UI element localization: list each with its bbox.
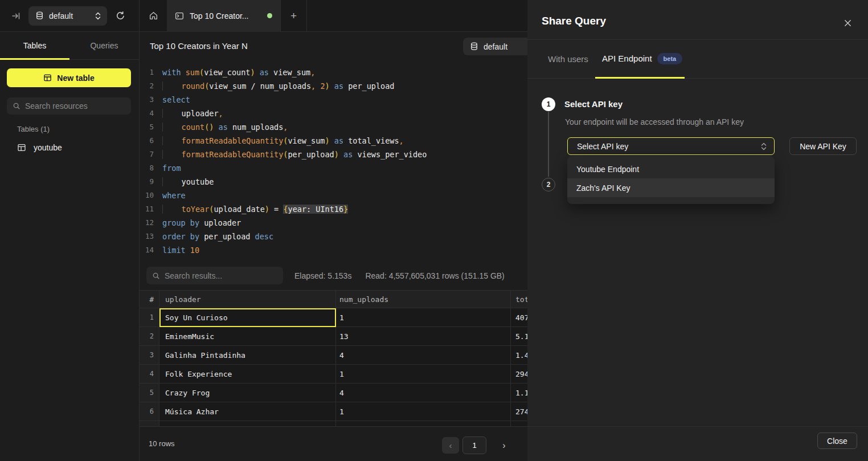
line-number: 9 — [140, 175, 154, 189]
row-number: 3 — [140, 346, 159, 365]
cell-num-uploads[interactable]: 4 — [336, 384, 511, 402]
new-table-button[interactable]: New table — [7, 68, 131, 87]
chevron-updown-icon — [95, 12, 101, 20]
cell-uploader[interactable]: Soy Un Curioso — [159, 308, 336, 327]
table-icon — [17, 143, 26, 152]
code-line: 2 round(view_sum / num_uploads, 2) as pe… — [140, 79, 527, 93]
home-icon — [149, 11, 158, 21]
step-1-description: Your endpoint will be accessed through a… — [565, 117, 744, 127]
code-line: 7 formatReadableQuantity(per_upload) as … — [140, 148, 527, 161]
database-name: default — [49, 11, 89, 21]
step-1-indicator: 1 — [542, 97, 555, 111]
line-number: 5 — [140, 120, 154, 134]
collapse-sidebar-button[interactable] — [9, 9, 23, 23]
api-key-select-value: Select API key — [577, 142, 760, 151]
column-header[interactable]: uploader — [159, 291, 336, 308]
cell-uploader[interactable]: Crazy Frog — [159, 384, 336, 402]
tab-label: With users — [548, 54, 588, 64]
line-number: 7 — [140, 148, 154, 161]
editor-database-selector[interactable]: default — [463, 38, 535, 55]
elapsed-time: Elapsed: 5.153s — [294, 271, 351, 280]
cell-num-uploads[interactable]: 1 — [336, 402, 511, 421]
cell-num-uploads[interactable]: 4 — [336, 346, 511, 365]
cell-num-uploads[interactable]: 1 — [336, 308, 511, 327]
beta-badge: beta — [657, 53, 683, 64]
line-number: 12 — [140, 216, 154, 230]
code-line: 14limit 10 — [140, 243, 527, 257]
refresh-icon — [116, 11, 125, 21]
row-number: 1 — [140, 308, 159, 327]
line-number: 11 — [140, 202, 154, 216]
code-line: 6 formatReadableQuantity(view_sum) as to… — [140, 134, 527, 148]
sql-editor[interactable]: 1with sum(view_count) as view_sum,2 roun… — [140, 60, 527, 257]
code-line: 13order by per_upload desc — [140, 230, 527, 243]
cell-num-uploads[interactable]: 1 — [336, 365, 511, 384]
column-header[interactable]: num_uploads — [336, 291, 511, 308]
share-query-panel: Share Query With users API Endpoint beta… — [527, 0, 868, 461]
line-number: 1 — [140, 66, 154, 79]
cell-uploader[interactable]: Folk Experience — [159, 365, 336, 384]
line-number: 8 — [140, 161, 154, 175]
code-line: 12group by uploader — [140, 216, 527, 230]
sidebar-item-youtube[interactable]: youtube — [10, 139, 131, 156]
code-line: 5 count() as num_uploads, — [140, 120, 527, 134]
line-number: 3 — [140, 93, 154, 107]
pagination-prev-button[interactable]: ‹ — [442, 437, 459, 454]
query-title[interactable]: Top 10 Creators in Year N — [150, 41, 248, 51]
code-line: 8from — [140, 161, 527, 175]
sidebar: Tables Queries New table Tables (1) yout… — [0, 32, 140, 461]
row-number: 6 — [140, 402, 159, 421]
terminal-icon — [175, 11, 184, 21]
api-key-select[interactable]: Select API key — [567, 137, 775, 155]
home-button[interactable] — [144, 7, 162, 25]
cell-uploader[interactable]: Galinha Pintadinha — [159, 346, 336, 365]
share-panel-footer: Close — [527, 426, 868, 461]
tab-queries[interactable]: Queries — [69, 32, 139, 59]
share-panel-body: 1 2 Select API key Your endpoint will be… — [527, 79, 868, 426]
row-count: 10 rows — [149, 439, 175, 448]
share-panel-tabs: With users API Endpoint beta — [527, 40, 868, 79]
pagination-page-button[interactable]: 1 — [462, 436, 486, 454]
step-2-indicator: 2 — [542, 178, 555, 191]
table-icon — [43, 74, 52, 82]
code-line: 11 toYear(upload_date) = {year: UInt16} — [140, 202, 527, 216]
new-tab-button[interactable]: + — [281, 0, 307, 32]
pagination-next-button[interactable]: › — [498, 437, 510, 454]
sql-code: 1with sum(view_count) as view_sum,2 roun… — [140, 66, 527, 257]
close-panel-button[interactable] — [840, 15, 855, 30]
app-root: default Top 10 Creator... + — [0, 0, 868, 461]
tab-with-users[interactable]: With users — [548, 40, 588, 78]
cell-num-uploads[interactable]: 13 — [336, 327, 511, 346]
query-tab-title: Top 10 Creator... — [190, 11, 249, 21]
line-number: 2 — [140, 79, 154, 93]
api-key-option[interactable]: Zach's API Key — [567, 178, 775, 197]
database-selector[interactable]: default — [28, 6, 107, 26]
new-api-key-button[interactable]: New API Key — [789, 137, 857, 155]
cell-uploader[interactable]: Música Azhar — [159, 402, 336, 421]
tab-tables[interactable]: Tables — [0, 32, 69, 59]
code-line: 4 uploader, — [140, 107, 527, 120]
line-number: 13 — [140, 230, 154, 243]
sidebar-search — [7, 97, 131, 115]
code-line: 3select — [140, 93, 527, 107]
query-tab[interactable]: Top 10 Creator... — [167, 0, 281, 32]
table-name: youtube — [34, 143, 62, 152]
tab-api-endpoint[interactable]: API Endpoint beta — [595, 40, 685, 79]
api-key-option[interactable]: Youtube Endpoint — [567, 160, 775, 178]
results-toolbar: Elapsed: 5.153s Read: 4,557,605,031 rows… — [140, 266, 527, 285]
chevron-updown-icon — [760, 142, 767, 150]
line-number: 14 — [140, 243, 154, 257]
tab-label: API Endpoint — [602, 54, 652, 63]
arrow-to-bar-icon — [11, 11, 21, 21]
search-results-input[interactable] — [165, 271, 277, 280]
close-button[interactable]: Close — [817, 433, 857, 449]
search-icon — [152, 272, 160, 280]
code-line: 1with sum(view_count) as view_sum, — [140, 66, 527, 79]
line-number: 4 — [140, 107, 154, 120]
topbar-left: default — [0, 0, 140, 31]
search-resources-input[interactable] — [25, 101, 125, 111]
database-icon — [35, 11, 44, 20]
cell-uploader[interactable]: EminemMusic — [159, 327, 336, 346]
column-header[interactable]: # — [140, 291, 159, 308]
refresh-button[interactable] — [113, 9, 128, 23]
